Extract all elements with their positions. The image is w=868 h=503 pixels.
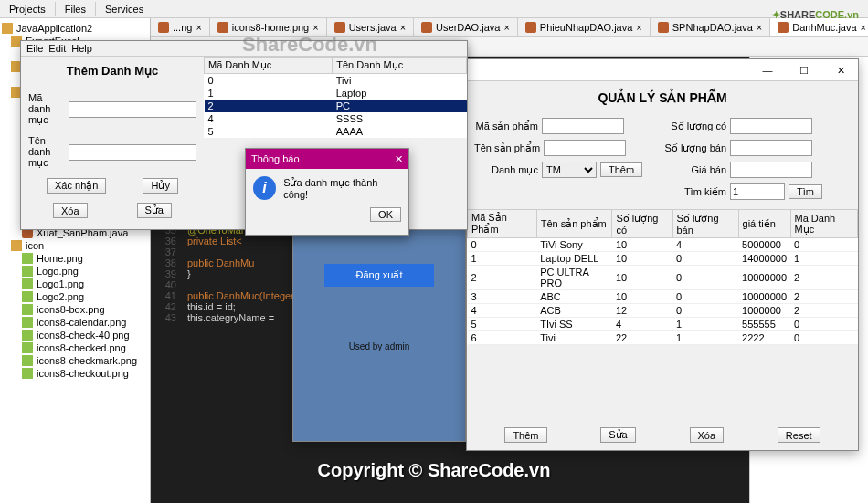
cancel-button[interactable]: Hủy [143,178,177,194]
tree-node[interactable]: Home.png [0,252,150,265]
editor-tab[interactable]: DanhMuc.java × [770,18,868,36]
table-row[interactable]: 3ABC100100000002 [468,290,858,304]
logout-footer: Used by admin [302,341,456,351]
table-header[interactable]: Số lượng có [612,210,672,238]
product-window: — ☐ ✕ QUẢN LÝ SẢN PHẨM Mã sản phẩm Số lư… [466,58,859,451]
input-search[interactable] [730,183,785,200]
table-row[interactable]: 5AAAA [205,125,467,138]
table-row[interactable]: 4SSSS [205,112,467,125]
input-cat-ma[interactable] [69,101,196,118]
input-gia[interactable] [730,162,812,178]
close-icon[interactable]: ✕ [827,63,854,78]
editor-tab[interactable]: PhieuNhapDAO.java × [518,18,651,36]
close-tab-icon[interactable]: × [757,22,762,33]
logout-button[interactable]: Đăng xuất [324,264,434,287]
tree-node[interactable]: icons8-calendar.png [0,316,150,329]
close-tab-icon[interactable]: × [861,22,866,33]
table-row[interactable]: 6Tivi22122220 [468,331,858,345]
table-row[interactable]: 4ACB12010000002 [468,304,858,318]
label-gia: Giá bán [662,164,726,175]
editor-tabs: ...ng ×icons8-home.png ×Users.java ×User… [151,18,868,37]
tab-services[interactable]: Services [96,2,153,16]
add-category-button[interactable]: Thêm [600,162,642,177]
input-ten-sp[interactable] [544,140,626,156]
file-icon [778,22,789,33]
label-ten-sp: Tên sản phẩm [474,142,540,154]
tab-projects[interactable]: Projects [0,2,56,16]
add-button[interactable]: Thêm [504,427,546,443]
label-ma-sp: Mã sản phẩm [474,121,538,132]
message-title: Thông báo [251,153,300,164]
message-dialog: Thông báo ✕ i Sửa danh mục thành công! O… [245,148,409,236]
file-icon [658,22,669,33]
table-header[interactable]: Mã Danh Mục [790,210,857,238]
tree-node[interactable]: icons8-check-40.png [0,329,150,341]
input-slb[interactable] [730,140,812,156]
search-button[interactable]: Tìm [789,184,822,199]
category-table[interactable]: Mã Danh MụcTên Danh Mục0Tivi1Laptop2PC4S… [204,57,467,138]
label-dm: Danh mục [474,164,538,176]
tree-node[interactable]: icons8-checkout.png [0,367,150,380]
table-row[interactable]: 1Laptop DELL100140000001 [468,252,858,266]
table-header[interactable]: Mã Danh Mục [205,58,333,74]
label-cat-ten: Tên danh mục [28,135,63,169]
tree-node[interactable]: Logo.png [0,265,150,278]
tree-node[interactable]: icons8-checkmark.png [0,354,150,367]
ok-button[interactable]: OK [370,207,401,222]
edit-button[interactable]: Sửa [600,427,635,443]
close-tab-icon[interactable]: × [196,22,201,33]
delete-cat-button[interactable]: Xóa [53,203,88,218]
reset-button[interactable]: Reset [778,427,820,443]
editor-tab[interactable]: ...ng × [151,18,210,36]
table-row[interactable]: 0Tivi [205,74,467,88]
menu-edit[interactable]: Edit [48,43,66,54]
close-tab-icon[interactable]: × [636,22,641,33]
message-titlebar: Thông báo ✕ [246,149,408,169]
category-title: Thêm Danh Mục [28,64,196,78]
png-icon [22,304,33,315]
menu-help[interactable]: Help [71,43,92,54]
table-header[interactable]: Số lượng bán [672,210,738,238]
menu-file[interactable]: Eile [26,43,43,54]
editor-tab[interactable]: icons8-home.png × [210,18,327,36]
table-row[interactable]: 2PC [205,100,467,112]
table-header[interactable]: Tên Danh Mục [333,58,467,74]
tree-node[interactable]: Logo2.png [0,290,150,303]
select-dm[interactable]: TM [542,162,597,178]
close-tab-icon[interactable]: × [400,22,406,33]
table-row[interactable]: 2PC ULTRA PRO100100000002 [468,266,858,290]
editor-tab[interactable]: Users.java × [327,18,414,36]
product-table[interactable]: Mã Sản PhẩmTên sản phẩmSố lượng cóSố lượ… [467,209,858,345]
tree-node[interactable]: icons8-box.png [0,303,150,316]
ide-top-tabs: Projects Files Services [0,0,868,18]
editor-tab[interactable]: SPNhapDAO.java × [651,18,770,36]
input-ma-sp[interactable] [542,118,624,134]
close-tab-icon[interactable]: × [312,22,318,33]
tab-files[interactable]: Files [56,2,96,16]
file-icon [158,22,169,33]
table-row[interactable]: 1Laptop [205,87,467,100]
table-header[interactable]: giá tiền [738,210,790,238]
table-row[interactable]: 0TiVi Sony10450000000 [468,238,858,252]
confirm-button[interactable]: Xác nhận [47,178,106,194]
tree-node[interactable]: icons8-checked.png [0,341,150,354]
minimize-icon[interactable]: — [754,63,781,78]
tree-node[interactable]: Logo1.png [0,278,150,290]
maximize-icon[interactable]: ☐ [790,63,818,78]
png-icon [22,368,33,379]
tree-node[interactable]: icon [0,239,150,252]
input-cat-ten[interactable] [69,144,196,161]
table-row[interactable]: 5TIvi SS415555550 [468,318,858,331]
close-tab-icon[interactable]: × [503,22,509,33]
file-icon [217,22,228,33]
delete-button[interactable]: Xóa [690,427,725,443]
tree-root[interactable]: JavaApplication2 [0,22,150,35]
png-icon [22,342,33,353]
editor-tab[interactable]: UserDAO.java × [414,18,518,36]
table-header[interactable]: Mã Sản Phẩm [468,210,537,238]
table-header[interactable]: Tên sản phẩm [536,210,612,238]
close-icon[interactable]: ✕ [395,153,403,165]
input-slc[interactable] [730,118,812,134]
edit-cat-button[interactable]: Sửa [137,203,172,218]
label-cat-ma: Mã danh mục [28,92,63,126]
